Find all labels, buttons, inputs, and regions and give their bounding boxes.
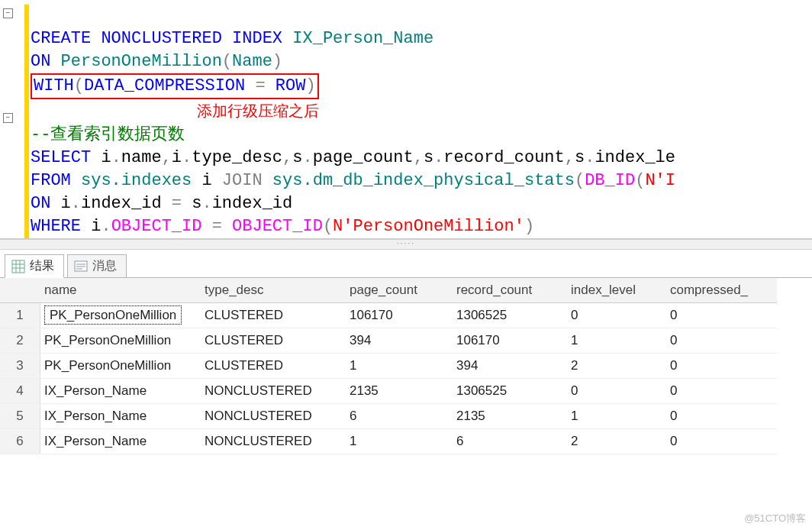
grid-cell[interactable]: 2135 (449, 404, 563, 429)
grid-cell[interactable]: 1 (342, 429, 449, 454)
rownum-header (0, 278, 40, 303)
grid-cell[interactable]: 0 (662, 429, 777, 454)
grid-cell[interactable]: 0 (662, 303, 777, 328)
grid-cell[interactable]: 0 (662, 354, 777, 379)
grid-cell[interactable]: 394 (449, 354, 563, 379)
col-header[interactable]: name (37, 278, 197, 303)
grid-cell[interactable]: 0 (662, 404, 777, 429)
grid-cell[interactable]: 1306525 (449, 379, 563, 404)
grid-cell[interactable]: IX_Person_Name (37, 404, 197, 429)
grid-cell[interactable]: IX_Person_Name (37, 429, 197, 454)
sql-comment: --查看索引数据页数 (31, 125, 185, 144)
grid-cell[interactable]: NONCLUSTERED (197, 404, 342, 429)
splitter-handle[interactable]: ····· (0, 239, 812, 250)
tab-label: 消息 (92, 258, 117, 274)
rownum-cell[interactable]: 6 (0, 429, 40, 454)
grid-cell[interactable]: 0 (662, 328, 777, 354)
rownum-cell[interactable]: 1 (0, 303, 40, 328)
results-pane: 结果 消息 name type_desc page_count record_c… (0, 250, 812, 454)
result-tabs: 结果 消息 (0, 250, 812, 278)
grid-cell[interactable]: CLUSTERED (197, 303, 342, 328)
grid-cell[interactable]: PK_PersonOneMillion (37, 354, 197, 379)
rownum-cell[interactable]: 4 (0, 379, 40, 404)
grid-cell[interactable]: PK_PersonOneMillion (37, 303, 197, 328)
grid-cell[interactable]: 2135 (342, 379, 449, 404)
grid-cell[interactable]: 106170 (449, 328, 563, 354)
grid-cell[interactable]: 106170 (342, 303, 449, 328)
grid-cell[interactable]: 1 (342, 354, 449, 379)
rownum-cell[interactable]: 2 (0, 328, 40, 354)
rownum-cell[interactable]: 3 (0, 354, 40, 379)
col-header[interactable]: record_count (449, 278, 563, 303)
highlight-box: WITH(DATA_COMPRESSION = ROW) (31, 73, 319, 99)
col-header[interactable]: index_level (563, 278, 662, 303)
rownum-cell[interactable]: 5 (0, 404, 40, 429)
grid-cell[interactable]: NONCLUSTERED (197, 429, 342, 454)
fold-icon[interactable]: − (3, 8, 13, 18)
tab-label: 结果 (30, 258, 54, 274)
grid-cell[interactable]: NONCLUSTERED (197, 379, 342, 404)
grid-cell[interactable]: 0 (563, 379, 662, 404)
annotation-text: 添加行级压缩之后 (197, 102, 319, 119)
col-header[interactable]: type_desc (197, 278, 342, 303)
svg-rect-0 (12, 260, 24, 273)
fold-icon[interactable]: − (3, 113, 13, 123)
grid-cell[interactable]: PK_PersonOneMillion (37, 328, 197, 354)
col-header[interactable]: compressed_ (662, 278, 777, 303)
col-header[interactable]: page_count (342, 278, 449, 303)
grid-cell[interactable]: IX_Person_Name (37, 379, 197, 404)
grid-cell[interactable]: 2 (563, 429, 662, 454)
grid-cell[interactable]: 6 (342, 404, 449, 429)
grid-cell[interactable]: 1 (563, 404, 662, 429)
sql-editor[interactable]: − − CREATE NONCLUSTERED INDEX IX_Person_… (0, 0, 812, 239)
grid-cell[interactable]: 1 (563, 328, 662, 354)
results-grid[interactable]: name type_desc page_count record_count i… (0, 278, 812, 454)
grid-cell[interactable]: 1306525 (449, 303, 563, 328)
grid-cell[interactable]: CLUSTERED (197, 328, 342, 354)
watermark-text: @51CTO博客 (744, 512, 806, 525)
messages-icon (74, 260, 88, 273)
grid-cell[interactable]: 0 (563, 303, 662, 328)
editor-gutter: − − (0, 0, 29, 238)
tab-results[interactable]: 结果 (5, 254, 64, 278)
grid-cell[interactable]: 2 (563, 354, 662, 379)
sql-code[interactable]: CREATE NONCLUSTERED INDEX IX_Person_Name… (29, 0, 812, 238)
grid-cell[interactable]: CLUSTERED (197, 354, 342, 379)
tab-messages[interactable]: 消息 (67, 254, 127, 278)
grid-icon (11, 260, 25, 273)
grid-cell[interactable]: 0 (662, 379, 777, 404)
grid-cell[interactable]: 394 (342, 328, 449, 354)
grid-cell[interactable]: 6 (449, 429, 563, 454)
